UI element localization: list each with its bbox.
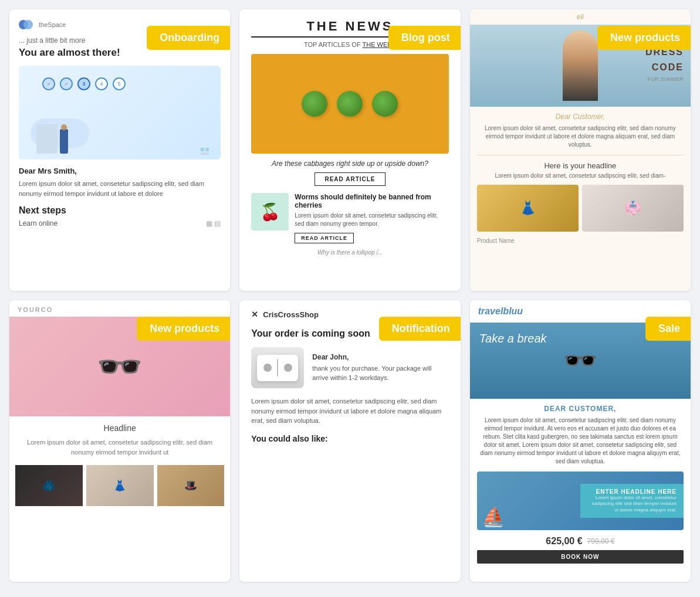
logo-text: theSpace xyxy=(39,21,66,28)
steps-row: ✓ ✓ 3 4 5 xyxy=(42,77,126,90)
badge-sale: Sale xyxy=(645,317,691,341)
card2-art-text: Lorem ipsum dolor sit amet, consetetur s… xyxy=(295,212,448,228)
card6-hero2: ⛵ ENTER HEADLINE HERE Lorem ipsum dolor … xyxy=(477,472,684,530)
card6-brand: travelbluu xyxy=(478,306,523,317)
card1-illustration: ✓ ✓ 3 4 5 xyxy=(19,66,221,160)
card2-bottom-hint: Why is there a lollipop i... xyxy=(251,249,448,256)
card1-learn: Learn online ▦ ▤ xyxy=(19,219,221,228)
card-sale[interactable]: Sale travelbluu 🕶️ Take a break DEAR CUS… xyxy=(470,300,691,582)
card1-lorem: Lorem ipsum dolor sit amet, consetetur s… xyxy=(19,179,221,198)
cherry-icon: 🍒 xyxy=(260,202,280,222)
card4-company: YOURCO xyxy=(18,306,53,313)
card6-book-now-button[interactable]: BOOK NOW xyxy=(477,550,684,564)
card4-thumb-3: 🎩 xyxy=(157,465,225,506)
step1: ✓ xyxy=(42,77,55,90)
badge-newproducts-1: New products xyxy=(597,26,691,50)
card6-lorem: Lorem ipsum dolor sit amet, consetetur s… xyxy=(477,416,684,466)
card5-order-text: Dear John, thank you for purchase. Your … xyxy=(312,353,448,383)
badge-newproducts-2: New products xyxy=(137,317,230,341)
step2: ✓ xyxy=(60,77,73,90)
card3-products: 👗 👘 xyxy=(477,185,684,232)
card6-price-row: 625,00 € 799,00 € xyxy=(470,536,691,547)
card6-cta-lorem: Lorem ipsum dolor sit amet, consetetur s… xyxy=(587,495,677,513)
card2-read-button-2[interactable]: READ ARTICLE xyxy=(295,233,354,243)
device-shape xyxy=(257,355,298,381)
card4-thumb-2: 👗 xyxy=(86,465,154,506)
step5: 5 xyxy=(113,77,126,90)
card3-product-1: 👗 xyxy=(477,185,579,232)
card6-dear: DEAR CUSTOMER, xyxy=(470,405,691,413)
card6-cta: ENTER HEADLINE HERE Lorem ipsum dolor si… xyxy=(580,484,684,518)
card5-dear: Dear John, xyxy=(312,353,448,361)
cabbage-row xyxy=(302,91,398,117)
card4-thumb-1: 🧥 xyxy=(15,465,83,506)
card3-brand: eli xyxy=(470,9,691,25)
card1-nextsteps: Next steps xyxy=(19,205,221,216)
card4-headline: Headline xyxy=(9,423,230,433)
card1-dear: Dear Mrs Smith, xyxy=(19,167,221,175)
badge-notification: Notification xyxy=(379,317,461,341)
card6-hero-text: Take a break xyxy=(479,332,547,345)
card2-art-title: Worms should definitely be banned from c… xyxy=(295,193,448,209)
card3-product-2: 👘 xyxy=(582,185,684,232)
sunglasses-icon: 🕶️ xyxy=(563,344,598,377)
card5-also: You could also like: xyxy=(251,434,448,443)
card3-divider xyxy=(477,155,684,155)
card3-lorem: Lorem ipsum dolor sit amet, consetetur s… xyxy=(477,124,684,149)
card6-old-price: 799,00 € xyxy=(587,537,615,545)
card-newproducts-1[interactable]: New products eli OUR DRESS CODE FOR SUMM… xyxy=(470,9,691,291)
step3: 3 xyxy=(77,77,90,90)
card3-dear: Dear Customer, xyxy=(470,113,691,121)
card3-lorem2: Lorem ipsum dolor sit amet, consetetur s… xyxy=(477,172,684,179)
card3-content: eli OUR DRESS CODE FOR SUMMER Dear Custo… xyxy=(470,9,691,291)
card5-order: Dear John, thank you for purchase. Your … xyxy=(251,347,448,388)
card5-text: thank you for purchase. Your package wil… xyxy=(312,364,448,383)
device-eye-2 xyxy=(284,364,292,372)
card-blog[interactable]: Blog post THE NEWS TOP ARTICLES OF THE W… xyxy=(239,9,460,291)
card2-cherry-image: 🍒 xyxy=(251,193,289,230)
card5-shopname: CrisCrossShop xyxy=(263,310,319,319)
card3-headline: Here is your headline xyxy=(470,161,691,170)
card4-thumbnails: 🧥 👗 🎩 xyxy=(15,465,224,506)
cabbage2 xyxy=(337,91,363,117)
card2-article: 🍒 Worms should definitely be banned from… xyxy=(251,193,448,243)
card5-lorem: Lorem ipsum dolor sit amet, consetetur s… xyxy=(251,396,448,426)
boat-icon: ⛵ xyxy=(482,506,505,528)
card6-price: 625,00 € xyxy=(546,536,582,547)
card6-cta-label: ENTER HEADLINE HERE xyxy=(587,489,677,495)
step4: 4 xyxy=(95,77,108,90)
card-onboarding[interactable]: Onboarding theSpace ... just a little bi… xyxy=(9,9,230,291)
card4-header: YOURCO xyxy=(9,300,230,317)
card4-lorem: Lorem ipsum dolor sit amet, consetetur s… xyxy=(19,437,221,457)
cabbage1 xyxy=(302,91,327,117)
card-notification[interactable]: Notification ✕ CrisCrossShop Your order … xyxy=(239,300,460,582)
card2-hero-image xyxy=(251,54,448,154)
cabbage3 xyxy=(372,91,398,117)
card5-logo-icon: ✕ xyxy=(251,310,258,319)
cards-grid: Onboarding theSpace ... just a little bi… xyxy=(9,9,691,582)
badge-onboarding: Onboarding xyxy=(147,26,230,50)
badge-blog: Blog post xyxy=(388,26,461,50)
card-newproducts-2[interactable]: New products YOURCO 🕶️ Headline Lorem ip… xyxy=(9,300,230,582)
card3-model xyxy=(563,30,598,101)
device-eye-1 xyxy=(263,364,272,372)
card3-product-name: Product Name xyxy=(477,238,691,244)
card2-read-button-1[interactable]: READ ARTICLE xyxy=(315,172,385,186)
card2-caption: Are these cabbages right side up or upsi… xyxy=(251,160,448,168)
card2-art-content: Worms should definitely be banned from c… xyxy=(295,193,448,243)
card5-device-image xyxy=(251,347,304,388)
